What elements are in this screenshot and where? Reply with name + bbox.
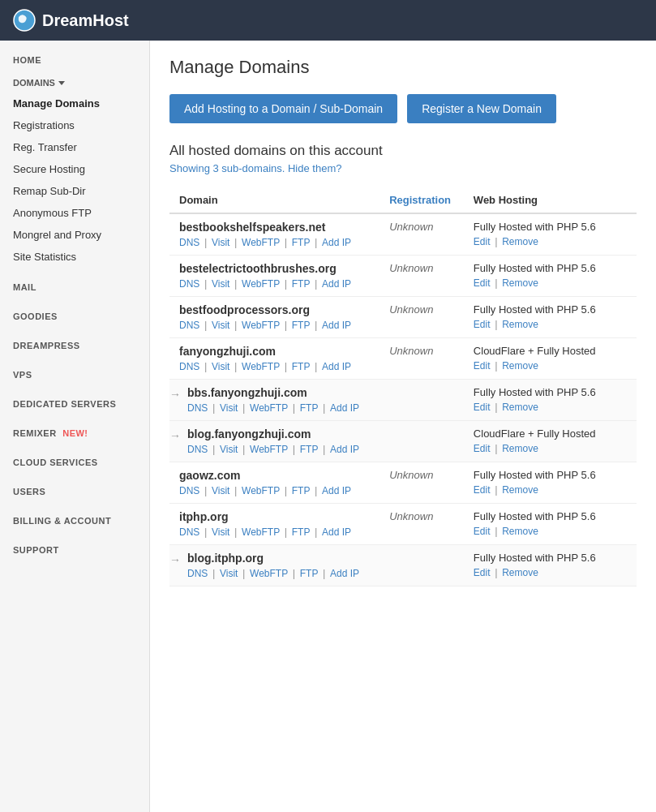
sidebar-section-remixer[interactable]: REMIXER NEW! xyxy=(0,420,149,443)
domain-link-dns[interactable]: DNS xyxy=(179,526,199,538)
domain-link-visit[interactable]: Visit xyxy=(212,526,229,538)
hosting-link-remove[interactable]: Remove xyxy=(502,236,538,247)
domain-link-webftp[interactable]: WebFTP xyxy=(242,485,280,496)
other-sections: MAILGOODIESDREAMPRESSVPSDEDICATED SERVER… xyxy=(0,274,149,560)
domain-link-add-ip[interactable]: Add IP xyxy=(322,485,351,496)
link-separator: | xyxy=(201,360,210,372)
hosting-link-edit[interactable]: Edit xyxy=(474,360,491,372)
hosting-link-remove[interactable]: Remove xyxy=(502,484,538,496)
domain-link-add-ip[interactable]: Add IP xyxy=(322,278,351,290)
hosting-cell: CloudFlare + Fully HostedEdit | Remove xyxy=(464,338,637,380)
hosting-link-edit[interactable]: Edit xyxy=(474,236,491,247)
hosting-type: Fully Hosted with PHP 5.6 xyxy=(474,510,627,522)
domain-link-dns[interactable]: DNS xyxy=(179,361,199,372)
domain-link-visit[interactable]: Visit xyxy=(212,485,229,496)
domain-link-dns[interactable]: DNS xyxy=(179,320,199,331)
domain-link-dns[interactable]: DNS xyxy=(187,444,208,455)
link-separator: | xyxy=(281,319,290,331)
domain-link-webftp[interactable]: WebFTP xyxy=(242,361,280,372)
domain-link-ftp[interactable]: FTP xyxy=(292,278,311,290)
sidebar-section-users[interactable]: USERS xyxy=(0,479,149,501)
hosting-link-remove[interactable]: Remove xyxy=(502,402,538,413)
hosting-link-remove[interactable]: Remove xyxy=(502,567,538,578)
domain-name: blog.fanyongzhuji.com xyxy=(187,427,359,440)
domain-link-add-ip[interactable]: Add IP xyxy=(322,237,351,248)
hosting-link-remove[interactable]: Remove xyxy=(502,526,538,537)
domain-links: DNS | Visit | WebFTP | FTP | Add IP xyxy=(179,360,370,372)
domain-link-visit[interactable]: Visit xyxy=(212,237,229,248)
sidebar-section-goodies[interactable]: GOODIES xyxy=(0,303,149,326)
domain-link-visit[interactable]: Visit xyxy=(220,444,238,455)
domain-link-visit[interactable]: Visit xyxy=(220,402,238,414)
link-separator: | xyxy=(311,360,320,372)
domain-link-webftp[interactable]: WebFTP xyxy=(242,278,280,290)
sidebar-item-reg-transfer[interactable]: Reg. Transfer xyxy=(0,136,149,158)
sidebar-item-anonymous-ftp[interactable]: Anonymous FTP xyxy=(0,202,149,224)
domain-link-visit[interactable]: Visit xyxy=(212,278,229,290)
domain-link-add-ip[interactable]: Add IP xyxy=(322,361,351,372)
sidebar-section-mail[interactable]: MAIL xyxy=(0,274,149,297)
domain-link-dns[interactable]: DNS xyxy=(187,402,208,414)
hosting-link-edit[interactable]: Edit xyxy=(474,319,491,330)
sidebar-item-registrations[interactable]: Registrations xyxy=(0,114,149,136)
domain-link-webftp[interactable]: WebFTP xyxy=(242,237,280,248)
domain-link-webftp[interactable]: WebFTP xyxy=(250,568,288,579)
hosting-link-remove[interactable]: Remove xyxy=(502,277,538,289)
sidebar-section-dreampress[interactable]: DREAMPRESS xyxy=(0,333,149,355)
hosting-link-edit[interactable]: Edit xyxy=(474,402,491,413)
domain-link-ftp[interactable]: FTP xyxy=(300,568,319,579)
sidebar-item-secure-hosting[interactable]: Secure Hosting xyxy=(0,158,149,180)
domain-link-webftp[interactable]: WebFTP xyxy=(242,526,280,538)
domain-link-add-ip[interactable]: Add IP xyxy=(330,444,359,455)
logo[interactable]: DreamHost xyxy=(13,9,129,32)
domain-link-ftp[interactable]: FTP xyxy=(300,444,319,455)
hosting-link-edit[interactable]: Edit xyxy=(474,526,491,537)
action-buttons: Add Hosting to a Domain / Sub-Domain Reg… xyxy=(169,94,637,123)
domain-link-ftp[interactable]: FTP xyxy=(292,526,311,538)
link-separator: | xyxy=(231,360,240,372)
domain-link-ftp[interactable]: FTP xyxy=(292,361,311,372)
hosting-type: CloudFlare + Fully Hosted xyxy=(474,427,627,440)
sidebar-section-vps[interactable]: VPS xyxy=(0,362,149,385)
sidebar-section-dedicated-servers[interactable]: DEDICATED SERVERS xyxy=(0,391,149,414)
domain-link-ftp[interactable]: FTP xyxy=(292,320,311,331)
table-row: itphp.orgDNS | Visit | WebFTP | FTP | Ad… xyxy=(169,504,637,545)
domain-link-ftp[interactable]: FTP xyxy=(300,402,319,414)
registration-cell xyxy=(379,545,464,586)
hosting-link-remove[interactable]: Remove xyxy=(502,319,538,330)
section-title: All hosted domains on this account xyxy=(169,143,637,159)
hide-subdomains-link[interactable]: Hide them? xyxy=(288,162,341,174)
domain-link-dns[interactable]: DNS xyxy=(187,568,208,579)
domain-link-dns[interactable]: DNS xyxy=(179,278,199,290)
domain-link-webftp[interactable]: WebFTP xyxy=(250,444,288,455)
hosting-link-edit[interactable]: Edit xyxy=(474,277,491,289)
sidebar-section-billing-account[interactable]: BILLING & ACCOUNT xyxy=(0,508,149,531)
domain-link-ftp[interactable]: FTP xyxy=(292,485,311,496)
domain-link-add-ip[interactable]: Add IP xyxy=(330,402,359,414)
hosting-link-edit[interactable]: Edit xyxy=(474,484,491,496)
sidebar-item-manage-domains[interactable]: Manage Domains xyxy=(0,92,149,114)
domain-link-visit[interactable]: Visit xyxy=(212,320,229,331)
domain-link-dns[interactable]: DNS xyxy=(179,237,199,248)
sidebar-item-mongrel-proxy[interactable]: Mongrel and Proxy xyxy=(0,224,149,246)
add-hosting-button[interactable]: Add Hosting to a Domain / Sub-Domain xyxy=(169,94,397,123)
hosting-link-remove[interactable]: Remove xyxy=(502,443,538,454)
hosting-link-edit[interactable]: Edit xyxy=(474,567,491,578)
hosting-link-remove[interactable]: Remove xyxy=(502,360,538,372)
domain-link-visit[interactable]: Visit xyxy=(220,568,238,579)
domain-link-ftp[interactable]: FTP xyxy=(292,237,311,248)
domain-link-dns[interactable]: DNS xyxy=(179,485,199,496)
domain-link-add-ip[interactable]: Add IP xyxy=(322,526,351,538)
domains-section-header[interactable]: DOMAINS xyxy=(0,70,149,92)
sidebar-item-remap-sub-dir[interactable]: Remap Sub-Dir xyxy=(0,180,149,202)
register-domain-button[interactable]: Register a New Domain xyxy=(407,94,556,123)
domain-link-visit[interactable]: Visit xyxy=(212,361,229,372)
sidebar-section-cloud-services[interactable]: CLOUD SERVICES xyxy=(0,449,149,472)
sidebar-section-support[interactable]: SUPPORT xyxy=(0,537,149,560)
domain-link-add-ip[interactable]: Add IP xyxy=(322,320,351,331)
domain-link-add-ip[interactable]: Add IP xyxy=(330,568,359,579)
sidebar-item-site-statistics[interactable]: Site Statistics xyxy=(0,246,149,268)
hosting-link-edit[interactable]: Edit xyxy=(474,443,491,454)
domain-link-webftp[interactable]: WebFTP xyxy=(250,402,288,414)
domain-link-webftp[interactable]: WebFTP xyxy=(242,320,280,331)
